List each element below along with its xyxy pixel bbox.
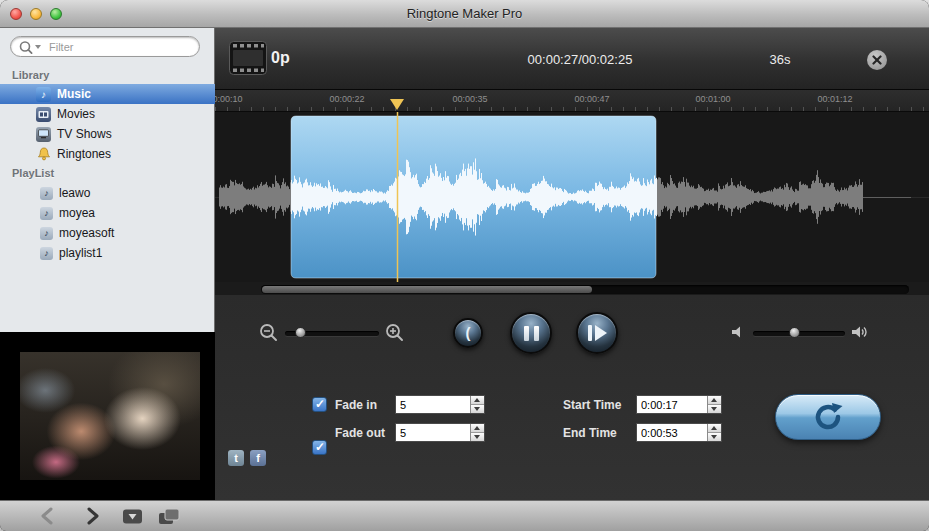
fade-out-label: Fade out — [335, 426, 385, 440]
close-icon — [872, 55, 882, 65]
end-time-input[interactable] — [637, 424, 707, 441]
sidebar-item-leawo[interactable]: ♪ leawo — [0, 183, 215, 203]
sidebar-item-tv-shows[interactable]: TV Shows — [0, 124, 215, 144]
playlist-icon: ♪ — [40, 187, 53, 200]
convert-button[interactable] — [775, 394, 881, 440]
pause-button[interactable] — [510, 312, 552, 354]
fade-out-input[interactable] — [396, 424, 470, 441]
zoom-window-button[interactable] — [50, 8, 62, 20]
tick-label: 00:01:00 — [695, 94, 730, 104]
fade-out-stepper — [395, 423, 485, 442]
filter-field[interactable] — [10, 36, 200, 57]
volume-slider-knob[interactable] — [789, 327, 800, 338]
zoom-out-button[interactable] — [259, 323, 279, 343]
zoom-slider[interactable] — [285, 331, 379, 336]
volume-max-icon[interactable] — [851, 324, 868, 340]
twitter-button[interactable]: t — [228, 450, 244, 466]
bottom-toolbar — [0, 500, 929, 531]
spin-up-button[interactable] — [471, 396, 484, 404]
spin-down-button[interactable] — [708, 432, 721, 441]
music-icon: ♪ — [36, 87, 51, 102]
zoom-in-button[interactable] — [385, 323, 405, 343]
playlist-header: PlayList — [12, 167, 54, 179]
spin-down-button[interactable] — [471, 404, 484, 413]
video-preview-panel — [0, 332, 215, 500]
sidebar: Library ♪ Music Movies TV Shows Ringtone… — [0, 28, 215, 332]
tick-label: 00:01:12 — [817, 94, 852, 104]
sidebar-item-moyea[interactable]: ♪ moyea — [0, 203, 215, 223]
sidebar-item-movies[interactable]: Movies — [0, 104, 215, 124]
chevron-down-icon — [35, 45, 41, 49]
close-clip-button[interactable] — [867, 50, 887, 70]
spin-up-button[interactable] — [708, 424, 721, 432]
playhead-marker[interactable] — [390, 99, 404, 110]
end-time-stepper — [636, 423, 722, 442]
waveform-canvas[interactable] — [215, 112, 929, 282]
library-header: Library — [12, 69, 49, 81]
back-button[interactable] — [40, 507, 56, 525]
chevron-left-icon — [40, 507, 56, 525]
stepper-arrows — [707, 424, 721, 441]
sidebar-item-playlist1[interactable]: ♪ playlist1 — [0, 243, 215, 263]
facebook-button[interactable]: f — [250, 450, 266, 466]
start-time-stepper — [636, 395, 722, 414]
close-window-button[interactable] — [10, 8, 22, 20]
play-triangle-icon — [595, 325, 607, 341]
view-toggle-button[interactable] — [122, 508, 143, 525]
layers-button[interactable] — [158, 508, 180, 525]
play-bar-icon — [588, 325, 592, 341]
zoom-slider-knob[interactable] — [295, 327, 306, 338]
end-time-label: End Time — [563, 426, 617, 440]
spin-down-button[interactable] — [471, 432, 484, 441]
pause-icon — [524, 326, 529, 341]
spin-up-button[interactable] — [471, 424, 484, 432]
sidebar-item-ringtones[interactable]: Ringtones — [0, 144, 215, 164]
tick-label: 00:00:47 — [574, 94, 609, 104]
volume-slider[interactable] — [753, 331, 845, 336]
start-time-input[interactable] — [637, 396, 707, 413]
fade-in-checkbox[interactable] — [312, 397, 327, 412]
playlist-icon: ♪ — [40, 207, 53, 220]
chevron-right-icon — [84, 507, 100, 525]
time-display: 00:00:27/00:02:25 — [495, 52, 665, 67]
sidebar-item-label: leawo — [59, 186, 90, 200]
sidebar-item-music[interactable]: ♪ Music — [0, 84, 215, 104]
start-time-label: Start Time — [563, 398, 621, 412]
spin-up-button[interactable] — [708, 396, 721, 404]
stacked-panels-icon — [158, 508, 180, 525]
sidebar-item-label: Music — [57, 87, 91, 101]
timeline-ruler[interactable]: 00:00:10 00:00:22 00:00:35 00:00:47 00:0… — [215, 90, 929, 112]
selection-duration-badge: 36s — [760, 52, 800, 67]
sidebar-item-moyeasoft[interactable]: ♪ moyeasoft — [0, 223, 215, 243]
pause-icon — [534, 326, 539, 341]
refresh-icon — [812, 402, 844, 432]
track-title: 0p — [271, 49, 290, 67]
fade-in-stepper — [395, 395, 485, 414]
fade-in-input[interactable] — [396, 396, 470, 413]
video-preview-image — [20, 352, 200, 480]
volume-min-icon[interactable] — [731, 325, 745, 339]
tick-label: 00:00:22 — [329, 94, 364, 104]
scrollbar-thumb[interactable] — [262, 286, 592, 293]
filter-input[interactable] — [47, 39, 187, 54]
sidebar-item-label: TV Shows — [57, 127, 112, 141]
sidebar-item-label: Movies — [57, 107, 95, 121]
minimize-window-button[interactable] — [30, 8, 42, 20]
minor-ticks — [215, 107, 929, 111]
titlebar[interactable]: Ringtone Maker Pro — [0, 0, 929, 28]
window-title: Ringtone Maker Pro — [0, 0, 929, 27]
movies-icon — [36, 107, 51, 122]
editor-area: 0p 00:00:27/00:02:25 36s 00:00:10 00:00:… — [215, 28, 929, 500]
spin-down-button[interactable] — [708, 404, 721, 413]
waveform-scrollbar[interactable] — [261, 285, 909, 294]
bell-icon — [36, 147, 51, 162]
playlist-icon: ♪ — [40, 227, 53, 240]
stepper-arrows — [470, 396, 484, 413]
box-arrow-icon — [122, 508, 143, 525]
forward-button[interactable] — [84, 507, 100, 525]
play-button[interactable] — [576, 312, 618, 354]
bracket-icon: ( — [466, 324, 471, 341]
tv-icon — [36, 127, 51, 142]
trim-button[interactable]: ( — [453, 318, 483, 348]
fade-out-checkbox[interactable] — [312, 440, 327, 455]
